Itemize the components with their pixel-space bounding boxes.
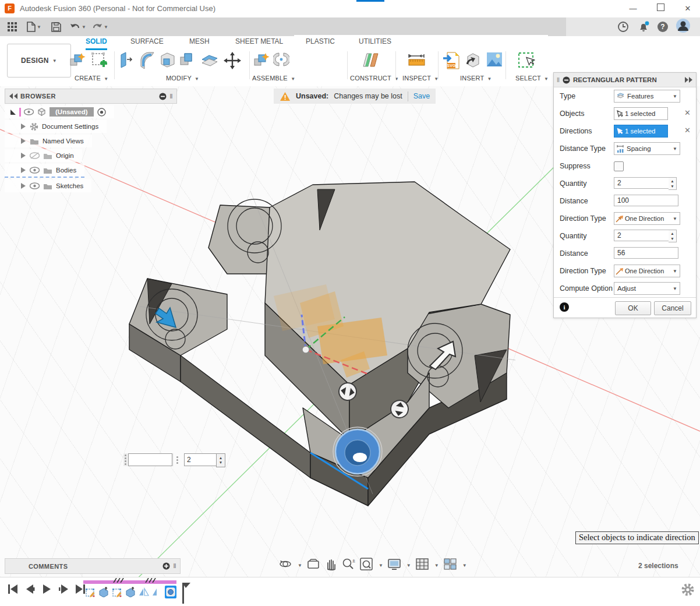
activate-radio-icon[interactable] <box>97 108 106 117</box>
eye-icon[interactable] <box>30 182 40 189</box>
file-menu-button[interactable]: ▼ <box>27 20 41 33</box>
compute-option-dropdown[interactable]: Adjust▼ <box>614 282 680 295</box>
browser-header[interactable]: BROWSER ‖ <box>5 89 177 104</box>
quantity-1-input[interactable] <box>614 177 670 189</box>
caret-down-icon[interactable]: ▼ <box>462 563 467 568</box>
expand-closed-icon[interactable] <box>21 138 26 144</box>
user-avatar[interactable] <box>676 19 691 32</box>
group-inspect-label[interactable]: INSPECT ▼ <box>402 75 439 82</box>
browser-item-bodies[interactable]: Bodies <box>5 164 84 178</box>
group-insert-label[interactable]: INSERT ▼ <box>460 75 492 82</box>
history-clock-icon[interactable] <box>617 20 629 33</box>
fit-tool[interactable] <box>359 557 373 573</box>
clear-directions-button[interactable]: ✕ <box>684 126 691 135</box>
eye-icon[interactable] <box>24 108 34 115</box>
direction-type-1-dropdown[interactable]: One Direction▼ <box>614 212 680 225</box>
workspace-switcher-design[interactable]: DESIGN▼ <box>7 44 71 77</box>
distance-1-input[interactable] <box>614 195 678 206</box>
pattern-distance-input[interactable] <box>128 453 172 466</box>
eye-off-icon[interactable] <box>30 152 40 160</box>
save-button[interactable] <box>51 20 61 33</box>
group-create-label[interactable]: CREATE ▼ <box>75 75 108 82</box>
panel-drag-handle[interactable]: ‖ <box>170 93 173 100</box>
group-select-label[interactable]: SELECT ▼ <box>515 75 549 82</box>
insert-svg-icon[interactable]: SVG <box>443 51 461 72</box>
fillet-icon[interactable] <box>139 51 156 71</box>
clear-objects-button[interactable]: ✕ <box>684 108 691 118</box>
remove-panel-icon[interactable] <box>159 93 167 100</box>
play-button[interactable] <box>41 583 52 595</box>
root-document-label[interactable]: (Unsaved) <box>50 107 94 117</box>
pan-tool[interactable] <box>324 558 337 573</box>
quantity-stepper[interactable]: ▲▼ <box>216 453 225 467</box>
tab-surface[interactable]: SURFACE <box>130 37 164 48</box>
new-solid-icon[interactable] <box>69 51 86 71</box>
viewports-tool[interactable] <box>443 558 457 573</box>
move-icon[interactable] <box>223 51 242 72</box>
browser-item-origin[interactable]: Origin <box>5 149 82 162</box>
grid-settings-tool[interactable] <box>415 558 429 573</box>
insert-canvas-icon[interactable] <box>486 51 503 70</box>
tab-mesh[interactable]: MESH <box>189 37 210 48</box>
joint-icon[interactable] <box>273 51 289 71</box>
app-grid-icon[interactable] <box>7 20 17 33</box>
ok-button[interactable]: OK <box>615 301 651 315</box>
shell-icon[interactable] <box>159 51 176 71</box>
insert-mesh-icon[interactable] <box>464 51 482 71</box>
selected-counterbore-hole[interactable] <box>333 427 382 476</box>
grip-dots-icon[interactable] <box>176 455 178 465</box>
quantity-1-stepper[interactable]: ▲▼ <box>669 177 677 190</box>
caret-down-icon[interactable]: ▼ <box>379 563 383 568</box>
minimize-button[interactable]: — <box>624 2 642 15</box>
expand-right-icon[interactable] <box>684 77 692 83</box>
timeline-feature-mirror[interactable] <box>138 586 150 598</box>
new-component-icon[interactable] <box>253 51 270 71</box>
expand-closed-icon[interactable] <box>21 183 26 189</box>
expand-closed-icon[interactable] <box>21 167 26 173</box>
panel-drag-handle[interactable]: ‖ <box>174 563 176 569</box>
skip-to-start-button[interactable] <box>7 583 19 595</box>
settings-gear-icon[interactable] <box>680 582 695 600</box>
timeline-feature-extrude[interactable] <box>98 586 109 598</box>
construct-plane-icon[interactable] <box>360 51 380 72</box>
timeline-feature-sketch[interactable] <box>84 586 96 598</box>
eye-icon[interactable] <box>30 167 40 174</box>
warning-save-link[interactable]: Save <box>413 92 430 100</box>
browser-root-row[interactable]: (Unsaved) <box>5 105 114 118</box>
drag-grip-icon[interactable] <box>125 455 126 465</box>
undo-button[interactable]: ▼ <box>70 20 86 33</box>
type-dropdown[interactable]: Features▼ <box>614 90 680 103</box>
browser-item-sketches[interactable]: Sketches <box>5 179 91 192</box>
dialog-header[interactable]: ‖ RECTANGULAR PATTERN <box>554 73 696 87</box>
timeline-feature-extrude[interactable] <box>125 586 136 598</box>
create-sketch-icon[interactable] <box>90 51 108 71</box>
close-button[interactable]: ✕ <box>679 2 697 15</box>
quantity-2-stepper[interactable]: ▲▼ <box>669 230 677 242</box>
expand-closed-icon[interactable] <box>21 124 26 129</box>
zoom-tool[interactable]: ± <box>341 557 355 573</box>
measure-icon[interactable] <box>407 51 427 71</box>
distance-2-input[interactable] <box>614 247 678 259</box>
press-pull-icon[interactable] <box>118 51 135 71</box>
pattern-quantity-input[interactable] <box>184 453 216 466</box>
direction-type-2-dropdown[interactable]: One Direction▼ <box>614 265 680 277</box>
add-comment-icon[interactable] <box>162 562 170 570</box>
expand-closed-icon[interactable] <box>21 153 26 158</box>
collapse-panel-icon[interactable] <box>9 93 18 99</box>
redo-button[interactable]: ▼ <box>92 20 108 33</box>
expand-open-icon[interactable] <box>10 110 16 115</box>
caret-down-icon[interactable]: ▼ <box>298 563 302 568</box>
notifications-bell-icon[interactable] <box>638 20 650 33</box>
dialog-drag-handle[interactable]: ‖ <box>557 77 560 83</box>
objects-select-button[interactable]: 1 selected <box>614 107 668 120</box>
timeline-feature-mirror[interactable] <box>151 586 163 598</box>
timeline-feature-rectangular-pattern[interactable] <box>165 586 176 598</box>
caret-down-icon[interactable]: ▼ <box>406 563 411 568</box>
quantity-2-input[interactable] <box>614 230 670 241</box>
help-icon[interactable]: ? <box>657 20 669 33</box>
offset-face-icon[interactable] <box>200 51 219 71</box>
comments-panel[interactable]: COMMENTS ‖ <box>5 558 181 574</box>
distance-type-dropdown[interactable]: Spacing▼ <box>614 142 680 155</box>
tab-utilities[interactable]: UTILITIES <box>359 37 391 48</box>
group-modify-label[interactable]: MODIFY ▼ <box>166 75 199 82</box>
